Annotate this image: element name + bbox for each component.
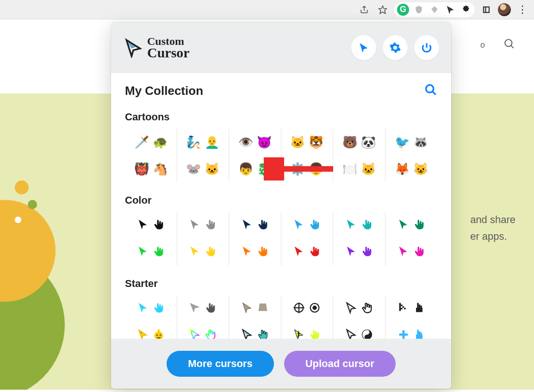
cursor-icon [397, 218, 410, 233]
svg-rect-42 [419, 305, 421, 308]
search-button[interactable] [424, 83, 437, 98]
cartoon-cursor-pair[interactable]: 🗡️🐢 [125, 129, 177, 156]
cartoon-icon: 🐱 [290, 134, 305, 150]
cartoon-cursor-pair[interactable]: 👦🐉 [229, 156, 281, 182]
cartoon-cursor-pair[interactable]: ⚙️👦 [281, 156, 334, 182]
starter-cursor-pair[interactable] [177, 295, 230, 322]
ext-custom-cursor-icon[interactable] [444, 4, 456, 16]
pointer-hand-icon [360, 328, 373, 339]
starter-cursor-pair[interactable] [385, 322, 438, 339]
starter-cursor-pair[interactable] [125, 295, 177, 322]
starter-cursor-pair[interactable] [177, 322, 230, 339]
svg-rect-48 [157, 329, 160, 333]
starter-cursor-pair[interactable] [385, 295, 438, 322]
cartoon-icon: 🗡️ [134, 134, 149, 150]
color-cursor-pair[interactable] [229, 239, 281, 266]
color-cursor-pair[interactable] [281, 212, 334, 239]
svg-point-59 [366, 331, 367, 333]
pointer-hand-icon [204, 328, 217, 339]
brand-logo: Custom Cursor [123, 37, 190, 59]
svg-rect-41 [417, 303, 419, 308]
color-cursor-pair[interactable] [177, 212, 230, 239]
pointer-hand-icon [256, 245, 269, 260]
page-copy-line1: and share [470, 214, 515, 226]
pointer-hand-icon [152, 245, 165, 260]
svg-marker-22 [295, 247, 303, 256]
cartoon-cursor-pair[interactable]: 🍽️🐱 [333, 156, 385, 182]
page-copy-line2: er apps. [470, 230, 515, 243]
pointer-hand-icon [308, 328, 321, 339]
color-cursor-pair[interactable] [125, 212, 177, 239]
cartoon-cursor-pair[interactable]: 🐦🦝 [385, 129, 438, 156]
color-cursor-pair[interactable] [333, 239, 385, 266]
cursor-icon [292, 328, 305, 339]
svg-rect-66 [416, 335, 422, 339]
pointer-hand-icon [360, 245, 373, 260]
cartoon-cursor-pair[interactable]: 👹🐴 [125, 156, 177, 182]
cartoon-cursor-pair[interactable]: 🧞👨‍🦲 [177, 129, 230, 156]
share-icon[interactable] [357, 3, 371, 17]
window-icon[interactable] [479, 3, 493, 17]
cartoon-icon: 🐼 [360, 134, 376, 150]
cursor-icon [397, 245, 410, 260]
cartoon-icon: 👦 [238, 161, 254, 177]
svg-marker-16 [295, 220, 303, 230]
svg-rect-3 [484, 7, 489, 12]
settings-button[interactable] [383, 35, 408, 60]
starter-cursor-pair[interactable] [281, 322, 334, 339]
cartoon-icon: 😺 [413, 161, 428, 177]
home-cursor-button[interactable] [351, 35, 376, 60]
power-button[interactable] [414, 35, 439, 60]
cartoon-icon: 👹 [134, 161, 149, 177]
svg-rect-39 [401, 308, 403, 310]
color-grid [125, 212, 437, 266]
brand-bottom: Cursor [147, 45, 190, 60]
ext-grammarly-icon[interactable]: G [397, 4, 409, 16]
color-cursor-pair[interactable] [333, 212, 385, 239]
svg-point-5 [505, 39, 512, 46]
starter-cursor-pair[interactable] [229, 322, 281, 339]
starter-cursor-pair[interactable] [333, 295, 385, 322]
svg-marker-15 [242, 220, 251, 230]
pointer-hand-icon [152, 218, 165, 233]
star-icon[interactable] [376, 3, 390, 17]
cartoon-icon: 🐱 [204, 161, 220, 177]
kebab-menu-icon[interactable]: ⋮ [515, 4, 529, 16]
starter-cursor-pair[interactable] [229, 295, 281, 322]
pointer-hand-icon [413, 218, 426, 233]
cursor-icon [292, 301, 305, 316]
color-cursor-pair[interactable] [229, 212, 281, 239]
profile-avatar[interactable] [498, 3, 511, 16]
cartoon-cursor-pair[interactable]: 🐭🐱 [177, 156, 230, 182]
pointer-hand-icon [308, 218, 321, 233]
pointer-hand-icon [204, 245, 217, 260]
cartoon-cursor-pair[interactable]: 🦊😺 [385, 156, 438, 182]
cartoon-icon: 😈 [256, 134, 272, 150]
cartoon-cursor-pair[interactable]: 👁️😈 [229, 129, 281, 156]
cursor-icon [241, 245, 254, 260]
svg-rect-40 [399, 305, 401, 311]
upload-cursor-button[interactable]: Upload cursor [284, 351, 396, 377]
starter-cursor-pair[interactable] [333, 322, 385, 339]
ext-diamond-icon[interactable] [428, 4, 441, 16]
starter-cursor-pair[interactable] [281, 295, 334, 322]
pointer-hand-icon [360, 218, 373, 233]
cursor-icon [137, 328, 149, 339]
cartoon-cursor-pair[interactable]: 🐱🐯 [281, 129, 334, 156]
color-cursor-pair[interactable] [385, 212, 438, 239]
more-cursors-button[interactable]: More cursors [167, 351, 273, 377]
page-copy: and share er apps. [470, 214, 515, 243]
color-cursor-pair[interactable] [125, 239, 177, 266]
ext-shield-icon[interactable] [413, 4, 425, 16]
starter-cursor-pair[interactable] [125, 322, 177, 339]
starter-grid [125, 295, 437, 339]
cartoon-cursor-pair[interactable]: 🐻🐼 [333, 129, 385, 156]
svg-point-50 [160, 335, 161, 336]
color-cursor-pair[interactable] [281, 239, 334, 266]
ext-puzzle-icon[interactable] [460, 4, 472, 16]
svg-marker-19 [138, 247, 147, 256]
cursor-icon [397, 301, 410, 316]
color-cursor-pair[interactable] [385, 239, 438, 266]
page-search-icon[interactable] [503, 38, 515, 52]
color-cursor-pair[interactable] [177, 239, 230, 266]
